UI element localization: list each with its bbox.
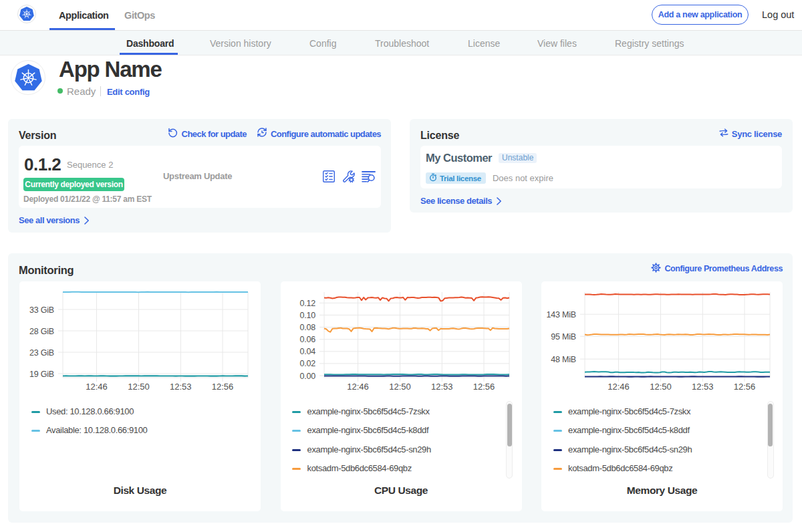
svg-text:0.08: 0.08 bbox=[299, 323, 315, 332]
svg-text:12:56: 12:56 bbox=[473, 382, 495, 392]
svg-text:12:46: 12:46 bbox=[86, 382, 108, 392]
svg-text:48 MiB: 48 MiB bbox=[551, 355, 576, 364]
svg-text:12:56: 12:56 bbox=[212, 382, 234, 392]
svg-text:12:50: 12:50 bbox=[128, 382, 150, 392]
svg-text:0.04: 0.04 bbox=[299, 347, 315, 356]
svg-text:0.12: 0.12 bbox=[299, 299, 315, 308]
svg-text:12:46: 12:46 bbox=[608, 382, 630, 392]
svg-text:12:53: 12:53 bbox=[692, 382, 714, 392]
svg-text:28 GiB: 28 GiB bbox=[29, 327, 54, 336]
svg-text:143 MiB: 143 MiB bbox=[547, 310, 576, 319]
svg-text:23 GiB: 23 GiB bbox=[29, 348, 54, 358]
svg-text:95 MiB: 95 MiB bbox=[551, 332, 576, 342]
svg-text:12:50: 12:50 bbox=[650, 382, 672, 392]
svg-text:0.10: 0.10 bbox=[299, 311, 315, 320]
svg-text:12:50: 12:50 bbox=[389, 382, 411, 392]
svg-text:12:56: 12:56 bbox=[734, 382, 756, 392]
svg-text:0.06: 0.06 bbox=[299, 335, 315, 344]
svg-text:12:53: 12:53 bbox=[170, 382, 192, 392]
svg-text:0.00: 0.00 bbox=[299, 372, 315, 381]
svg-text:19 GiB: 19 GiB bbox=[29, 370, 54, 379]
svg-text:0.02: 0.02 bbox=[299, 359, 315, 368]
svg-text:12:46: 12:46 bbox=[347, 382, 369, 392]
svg-text:12:53: 12:53 bbox=[431, 382, 453, 392]
svg-text:33 GiB: 33 GiB bbox=[29, 305, 54, 315]
